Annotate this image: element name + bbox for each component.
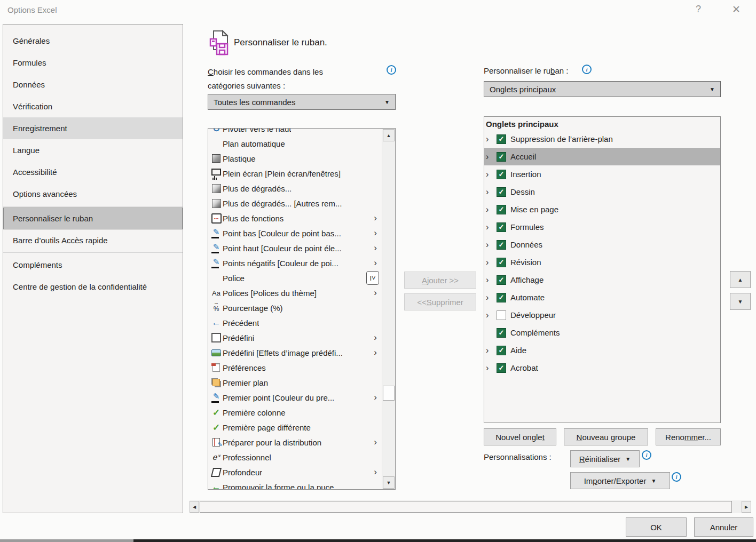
- ribbon-tab-item[interactable]: ›Automate: [484, 289, 720, 306]
- sidebar-item-barre-outils-acces-rapide[interactable]: Barre d’outils Accès rapide: [3, 229, 183, 251]
- command-item[interactable]: Profondeur›: [208, 465, 382, 480]
- sidebar-item-generales[interactable]: Générales: [3, 30, 183, 52]
- scrollbar-thumb[interactable]: [383, 386, 395, 401]
- ribbon-tab-item[interactable]: ›Insertion: [484, 165, 720, 183]
- command-item[interactable]: Premier point [Couleur du pre...›: [208, 390, 382, 405]
- new-tab-button[interactable]: Nouvel onglet: [484, 428, 556, 445]
- expand-arrow-icon[interactable]: ›: [486, 346, 497, 355]
- command-item[interactable]: Première page différente: [208, 420, 382, 435]
- sidebar-item-verification[interactable]: Vérification: [3, 95, 183, 117]
- tab-checkbox[interactable]: [497, 152, 506, 162]
- command-item[interactable]: Premier plan: [208, 375, 382, 390]
- sidebar-item-complements[interactable]: Compléments: [3, 254, 183, 276]
- info-icon[interactable]: i: [672, 472, 681, 482]
- sidebar-item-donnees[interactable]: Données: [3, 74, 183, 95]
- command-item[interactable]: Pivoter vers le haut: [208, 129, 382, 136]
- ribbon-tab-item[interactable]: ›Développeur: [484, 306, 720, 324]
- reset-button[interactable]: Réinitialiser▼: [570, 450, 640, 467]
- ribbon-tab-item[interactable]: ›Accueil: [484, 148, 720, 165]
- expand-arrow-icon[interactable]: ›: [486, 222, 497, 232]
- command-item[interactable]: Préparer pour la distribution›: [208, 435, 382, 450]
- commands-scrollbar[interactable]: ▲ ▼: [382, 129, 395, 489]
- scrollbar-thumb[interactable]: [200, 501, 732, 513]
- ribbon-tab-item[interactable]: ›Suppression de l’arrière-plan: [484, 130, 720, 148]
- command-item[interactable]: Promouvoir la forme ou la puce: [208, 480, 382, 489]
- sidebar-item-formules[interactable]: Formules: [3, 52, 183, 74]
- move-up-button[interactable]: ▲: [730, 271, 751, 288]
- import-export-button[interactable]: Importer/Exporter▼: [570, 472, 670, 489]
- sidebar-item-accessibilite[interactable]: Accessibilité: [3, 161, 183, 183]
- commands-category-dropdown[interactable]: Toutes les commandes ▼: [208, 94, 396, 110]
- tab-checkbox[interactable]: [497, 328, 506, 338]
- command-item[interactable]: PoliceI˅: [208, 270, 382, 285]
- tab-checkbox[interactable]: [497, 293, 506, 302]
- expand-arrow-icon[interactable]: ›: [486, 240, 497, 250]
- command-item[interactable]: Plus de fonctions›: [208, 211, 382, 226]
- info-icon[interactable]: i: [582, 65, 592, 74]
- tab-checkbox[interactable]: [497, 134, 506, 144]
- command-item[interactable]: Préférences: [208, 360, 382, 375]
- remove-button[interactable]: << Supprimer: [404, 293, 476, 310]
- tab-checkbox[interactable]: [497, 275, 506, 285]
- expand-arrow-icon[interactable]: ›: [486, 152, 497, 162]
- tab-checkbox[interactable]: [497, 310, 506, 320]
- command-item[interactable]: Prédéfini›: [208, 330, 382, 345]
- horizontal-scrollbar[interactable]: ◀ ▶: [190, 500, 751, 513]
- command-item[interactable]: Plein écran [Plein écran/fenêtres]: [208, 166, 382, 181]
- command-item[interactable]: Plus de dégradés... [Autres rem...: [208, 196, 382, 211]
- tab-checkbox[interactable]: [497, 346, 506, 355]
- rename-button[interactable]: Renommer...: [656, 428, 721, 445]
- scroll-down-icon[interactable]: ▼: [383, 476, 395, 489]
- expand-arrow-icon[interactable]: ›: [486, 363, 497, 373]
- ribbon-tab-item[interactable]: ›Affichage: [484, 271, 720, 289]
- scroll-left-icon[interactable]: ◀: [190, 501, 199, 513]
- move-down-button[interactable]: ▼: [730, 293, 751, 310]
- ribbon-tab-item[interactable]: ›Aide: [484, 341, 720, 359]
- cancel-button[interactable]: Annuler: [694, 517, 753, 537]
- command-item[interactable]: Polices [Polices du thème]›: [208, 285, 382, 300]
- sidebar-item-personnaliser-le-ruban[interactable]: Personnaliser le ruban: [3, 208, 183, 229]
- command-item[interactable]: Professionnel: [208, 450, 382, 465]
- tab-checkbox[interactable]: [497, 187, 506, 197]
- tab-checkbox[interactable]: [497, 240, 506, 250]
- command-item[interactable]: Point haut [Couleur de point éle...›: [208, 241, 382, 256]
- command-item[interactable]: Pourcentage (%): [208, 300, 382, 315]
- close-icon[interactable]: ✕: [732, 3, 741, 15]
- ribbon-tab-item[interactable]: ›Dessin: [484, 183, 720, 201]
- expand-arrow-icon[interactable]: ›: [486, 170, 497, 179]
- add-button[interactable]: Ajouter >>: [404, 272, 476, 289]
- ribbon-tab-item[interactable]: ›Mise en page: [484, 201, 720, 218]
- ribbon-tab-item[interactable]: ›Données: [484, 236, 720, 253]
- ok-button[interactable]: OK: [626, 517, 687, 537]
- ribbon-tab-item[interactable]: ›Formules: [484, 218, 720, 236]
- expand-arrow-icon[interactable]: ›: [486, 258, 497, 267]
- command-item[interactable]: Point bas [Couleur de point bas...›: [208, 226, 382, 241]
- ribbon-tab-item[interactable]: Compléments: [484, 324, 720, 341]
- expand-arrow-icon[interactable]: ›: [486, 275, 497, 285]
- tab-checkbox[interactable]: [497, 222, 506, 232]
- tab-checkbox[interactable]: [497, 170, 506, 179]
- command-item[interactable]: Plastique: [208, 151, 382, 166]
- info-icon[interactable]: i: [387, 65, 396, 75]
- tab-checkbox[interactable]: [497, 363, 506, 373]
- expand-arrow-icon[interactable]: ›: [486, 187, 497, 197]
- new-group-button[interactable]: Nouveau groupe: [564, 428, 648, 445]
- command-item[interactable]: Points négatifs [Couleur de poi...›: [208, 256, 382, 270]
- scroll-right-icon[interactable]: ▶: [742, 501, 751, 513]
- command-item[interactable]: Première colonne: [208, 405, 382, 420]
- sidebar-item-options-avancees[interactable]: Options avancées: [3, 183, 183, 205]
- command-item[interactable]: Précédent: [208, 315, 382, 330]
- expand-arrow-icon[interactable]: ›: [486, 310, 497, 320]
- help-icon[interactable]: ?: [696, 4, 701, 15]
- command-item[interactable]: Plus de dégradés...: [208, 181, 382, 196]
- expand-arrow-icon[interactable]: ›: [486, 134, 497, 144]
- ribbon-tab-item[interactable]: ›Acrobat: [484, 359, 720, 377]
- info-icon[interactable]: i: [642, 450, 651, 460]
- expand-arrow-icon[interactable]: ›: [486, 293, 497, 302]
- ribbon-tab-item[interactable]: ›Révision: [484, 253, 720, 271]
- sidebar-item-enregistrement[interactable]: Enregistrement: [3, 117, 183, 139]
- ribbon-scope-dropdown[interactable]: Onglets principaux ▼: [484, 81, 721, 97]
- command-item[interactable]: Prédéfini [Effets d’image prédéfi...›: [208, 345, 382, 360]
- sidebar-item-centre-gestion-confidentialite[interactable]: Centre de gestion de la confidentialité: [3, 276, 183, 298]
- scroll-up-icon[interactable]: ▲: [383, 129, 395, 141]
